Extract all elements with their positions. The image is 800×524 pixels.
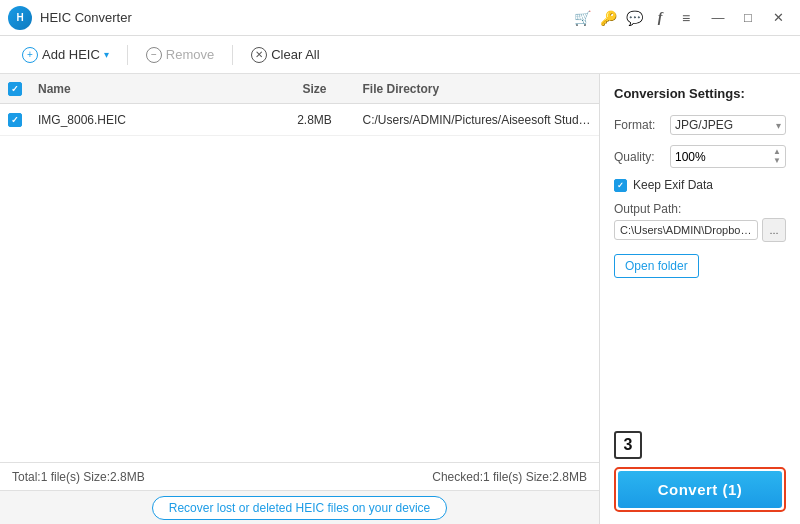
output-path-row: C:\Users\ADMIN\Dropbox\PC\ ... xyxy=(614,218,786,242)
row-checkbox[interactable] xyxy=(8,113,22,127)
titlebar-extra-icons: 🛒 🔑 💬 f ≡ xyxy=(572,8,696,28)
table-header: Name Size File Directory xyxy=(0,74,599,104)
exif-checkbox[interactable] xyxy=(614,179,627,192)
recover-button[interactable]: Recover lost or deleted HEIC files on yo… xyxy=(152,496,447,520)
format-row: Format: JPG/JPEG ▾ xyxy=(614,115,786,135)
clear-all-button[interactable]: ✕ Clear All xyxy=(241,43,329,67)
format-value: JPG/JPEG xyxy=(675,118,733,132)
main-content: Name Size File Directory IMG_8006.HEIC 2… xyxy=(0,74,800,524)
app-logo: H xyxy=(8,6,32,30)
add-icon: + xyxy=(22,47,38,63)
chat-icon[interactable]: 💬 xyxy=(624,8,644,28)
quality-arrows: ▲ ▼ xyxy=(773,148,781,165)
row-size: 2.8MB xyxy=(275,113,355,127)
toolbar-sep-2 xyxy=(232,45,233,65)
output-path-label: Output Path: xyxy=(614,202,786,216)
file-panel: Name Size File Directory IMG_8006.HEIC 2… xyxy=(0,74,600,524)
add-heic-button[interactable]: + Add HEIC ▾ xyxy=(12,43,119,67)
step-badge-row: 3 xyxy=(614,431,786,459)
row-checkbox-wrap xyxy=(8,113,22,127)
clear-label: Clear All xyxy=(271,47,319,62)
quality-down-arrow[interactable]: ▼ xyxy=(773,157,781,165)
remove-label: Remove xyxy=(166,47,214,62)
table-row[interactable]: IMG_8006.HEIC 2.8MB C:/Users/ADMIN/Pictu… xyxy=(0,104,599,136)
add-label: Add HEIC xyxy=(42,47,100,62)
title-bar: H HEIC Converter 🛒 🔑 💬 f ≡ — □ ✕ xyxy=(0,0,800,36)
step-3-badge: 3 xyxy=(614,431,642,459)
header-checkbox[interactable] xyxy=(8,82,22,96)
cart-icon[interactable]: 🛒 xyxy=(572,8,592,28)
open-folder-button[interactable]: Open folder xyxy=(614,254,699,278)
quality-row: Quality: 100% ▲ ▼ xyxy=(614,145,786,168)
row-checkbox-cell xyxy=(0,113,30,127)
maximize-button[interactable]: □ xyxy=(734,4,762,32)
col-header-dir: File Directory xyxy=(355,82,600,96)
key-icon[interactable]: 🔑 xyxy=(598,8,618,28)
row-directory: C:/Users/ADMIN/Pictures/Aiseesoft Studio… xyxy=(355,113,600,127)
clear-icon: ✕ xyxy=(251,47,267,63)
window-controls: — □ ✕ xyxy=(704,4,792,32)
col-header-name: Name xyxy=(30,82,275,96)
convert-section: 3 Convert (1) xyxy=(614,421,786,512)
facebook-icon[interactable]: f xyxy=(650,8,670,28)
output-path-box: C:\Users\ADMIN\Dropbox\PC\ xyxy=(614,220,758,240)
format-label: Format: xyxy=(614,118,664,132)
quality-up-arrow[interactable]: ▲ xyxy=(773,148,781,156)
col-header-size: Size xyxy=(275,82,355,96)
status-bar: Total:1 file(s) Size:2.8MB Checked:1 fil… xyxy=(0,462,599,490)
settings-panel: Conversion Settings: Format: JPG/JPEG ▾ … xyxy=(600,74,800,524)
recover-bar: Recover lost or deleted HEIC files on yo… xyxy=(0,490,599,524)
app-title: HEIC Converter xyxy=(40,10,572,25)
remove-button[interactable]: − Remove xyxy=(136,43,224,67)
toolbar-sep-1 xyxy=(127,45,128,65)
browse-button[interactable]: ... xyxy=(762,218,786,242)
add-dropdown-arrow: ▾ xyxy=(104,49,109,60)
row-name: IMG_8006.HEIC xyxy=(30,113,275,127)
col-header-check xyxy=(0,82,30,96)
status-left: Total:1 file(s) Size:2.8MB xyxy=(12,470,296,484)
convert-button[interactable]: Convert (1) xyxy=(618,471,782,508)
table-body: IMG_8006.HEIC 2.8MB C:/Users/ADMIN/Pictu… xyxy=(0,104,599,462)
minimize-button[interactable]: — xyxy=(704,4,732,32)
status-right: Checked:1 file(s) Size:2.8MB xyxy=(304,470,588,484)
quality-input[interactable]: 100% ▲ ▼ xyxy=(670,145,786,168)
remove-icon: − xyxy=(146,47,162,63)
format-dropdown-arrow: ▾ xyxy=(776,120,781,131)
exif-row: Keep Exif Data xyxy=(614,178,786,192)
convert-button-wrapper: Convert (1) xyxy=(614,467,786,512)
menu-icon[interactable]: ≡ xyxy=(676,8,696,28)
close-button[interactable]: ✕ xyxy=(764,4,792,32)
exif-label: Keep Exif Data xyxy=(633,178,713,192)
quality-value: 100% xyxy=(675,150,706,164)
output-path-section: Output Path: C:\Users\ADMIN\Dropbox\PC\ … xyxy=(614,202,786,242)
toolbar: + Add HEIC ▾ − Remove ✕ Clear All xyxy=(0,36,800,74)
quality-label: Quality: xyxy=(614,150,664,164)
format-select[interactable]: JPG/JPEG ▾ xyxy=(670,115,786,135)
settings-title: Conversion Settings: xyxy=(614,86,786,101)
